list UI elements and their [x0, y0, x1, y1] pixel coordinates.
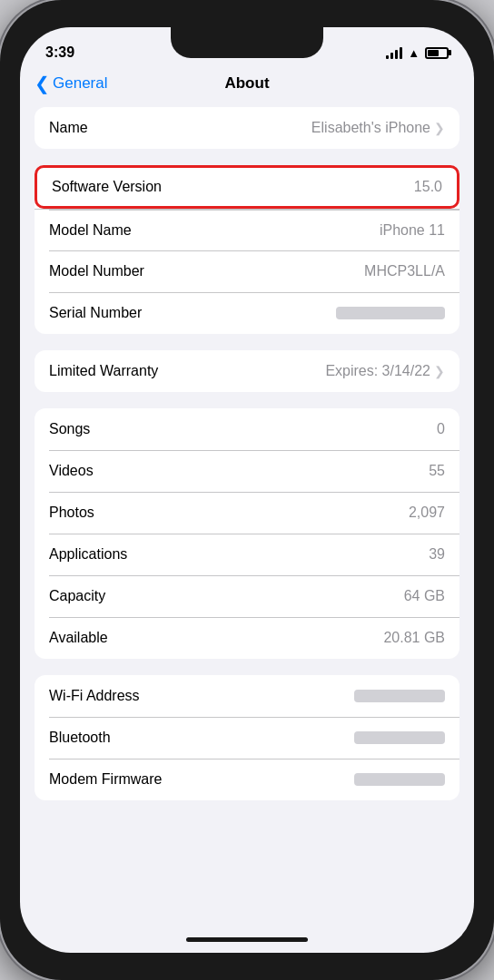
row-model-name: Model Name iPhone 11: [35, 209, 459, 250]
row-songs-label: Songs: [49, 421, 90, 437]
row-available-value: 20.81 GB: [383, 630, 445, 646]
row-warranty-value: Expires: 3/14/22 ❯: [325, 363, 445, 379]
nav-bar: ❮ General About: [20, 71, 474, 100]
phone-frame: 3:39 ▲️ ❮ General About: [0, 0, 494, 980]
row-name[interactable]: Name Elisabeth's iPhone ❯: [35, 107, 459, 149]
row-songs: Songs 0: [35, 408, 459, 450]
row-model-number-value: MHCP3LL/A: [364, 263, 445, 279]
row-available-label: Available: [49, 630, 108, 646]
row-videos-label: Videos: [49, 463, 94, 479]
row-applications-value: 39: [429, 546, 445, 563]
row-name-label: Name: [49, 120, 88, 136]
serial-redacted: [336, 307, 445, 319]
row-applications: Applications 39: [35, 534, 459, 575]
row-bluetooth: Bluetooth: [35, 717, 459, 759]
row-videos-value: 55: [429, 463, 445, 479]
row-name-value: Elisabeth's iPhone ❯: [311, 120, 445, 136]
battery-icon: [425, 47, 449, 59]
row-bluetooth-label: Bluetooth: [49, 730, 111, 746]
section-software: Software Version 15.0 Model Name iPhone …: [35, 165, 459, 334]
section-identity: Name Elisabeth's iPhone ❯: [35, 107, 459, 149]
home-indicator: [186, 937, 308, 942]
status-time: 3:39: [45, 44, 74, 61]
row-capacity: Capacity 64 GB: [35, 575, 459, 617]
row-available: Available 20.81 GB: [35, 617, 459, 659]
row-warranty-label: Limited Warranty: [49, 363, 158, 379]
section-storage: Songs 0 Videos 55 Photos 2,097 Applicati…: [35, 408, 459, 659]
row-photos-value: 2,097: [409, 505, 445, 521]
row-songs-value: 0: [437, 421, 445, 437]
row-photos-label: Photos: [49, 505, 94, 521]
row-applications-label: Applications: [49, 546, 127, 563]
row-capacity-label: Capacity: [49, 588, 105, 604]
row-modem-firmware-label: Modem Firmware: [49, 771, 162, 788]
chevron-icon: ❯: [434, 121, 445, 135]
content-area: Name Elisabeth's iPhone ❯ Software Versi…: [20, 100, 474, 930]
row-wifi-address: Wi-Fi Address: [35, 675, 459, 717]
wifi-redacted: [354, 690, 445, 702]
row-videos: Videos 55: [35, 450, 459, 492]
row-warranty[interactable]: Limited Warranty Expires: 3/14/22 ❯: [35, 350, 459, 392]
signal-icon: [386, 46, 402, 59]
bluetooth-redacted: [354, 731, 445, 744]
section-network: Wi-Fi Address Bluetooth Modem Firmware: [35, 675, 459, 800]
page-title: About: [224, 74, 269, 93]
row-serial-number-label: Serial Number: [49, 305, 142, 321]
chevron-icon: ❯: [434, 364, 445, 378]
row-model-number: Model Number MHCP3LL/A: [35, 250, 459, 292]
row-software-version: Software Version 15.0: [35, 165, 459, 209]
back-chevron-icon: ❮: [35, 74, 50, 93]
row-serial-number-value: [336, 307, 445, 319]
row-photos: Photos 2,097: [35, 492, 459, 534]
back-label: General: [53, 74, 107, 93]
status-icons: ▲️: [386, 46, 449, 60]
row-serial-number: Serial Number: [35, 292, 459, 334]
back-button[interactable]: ❮ General: [35, 74, 107, 93]
row-wifi-address-label: Wi-Fi Address: [49, 688, 140, 704]
row-bluetooth-value: [354, 731, 445, 744]
row-wifi-address-value: [354, 690, 445, 702]
modem-redacted: [354, 773, 445, 786]
row-model-name-value: iPhone 11: [380, 222, 445, 239]
row-modem-firmware-value: [354, 773, 445, 786]
row-modem-firmware: Modem Firmware: [35, 759, 459, 800]
row-model-number-label: Model Number: [49, 263, 144, 279]
row-model-name-label: Model Name: [49, 222, 132, 239]
notch: [171, 27, 323, 58]
wifi-icon: ▲️: [408, 46, 420, 60]
row-software-version-value: 15.0: [414, 179, 442, 195]
screen: 3:39 ▲️ ❮ General About: [20, 27, 474, 953]
section-warranty: Limited Warranty Expires: 3/14/22 ❯: [35, 350, 459, 392]
row-capacity-value: 64 GB: [404, 588, 445, 604]
row-software-version-label: Software Version: [52, 179, 162, 195]
